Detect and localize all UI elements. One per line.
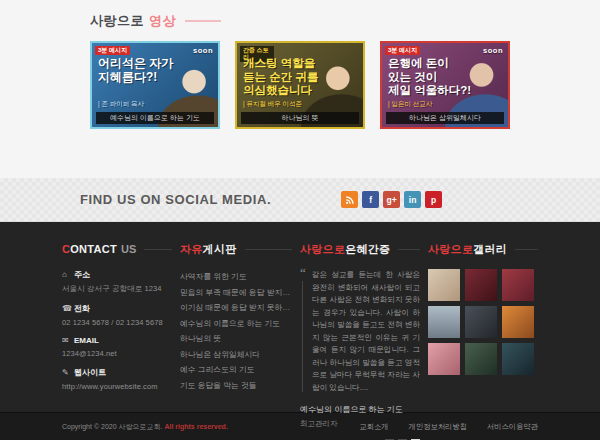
board-item[interactable]: 믿음의 부족 때문에 응답 받지 못하는... [180, 285, 292, 301]
testimony-quote: 같은 설교를 듣는데 한 사람은 완전히 변화되어 새사람이 되고 다른 사람은… [300, 269, 420, 394]
video-title: 은행에 돈이 있는 것이 제일 억울하다?! [388, 57, 471, 98]
testimony-column: 사랑으로 은혜간증 같은 설교를 듣는데 한 사람은 완전히 변화되어 새사람이… [300, 242, 420, 440]
video-title-line: 은행에 돈이 [388, 57, 471, 71]
series-badge: 3분 메시지 [95, 46, 130, 55]
video-title: 어리석은 자가 지혜롭다?! [98, 57, 173, 84]
gallery-photo[interactable] [502, 306, 534, 338]
facebook-icon[interactable]: f [362, 191, 379, 208]
video-speaker: | 존 파이퍼 목사 [98, 100, 144, 109]
board-item[interactable]: 하나님은 삼위일체시다 [180, 347, 292, 363]
video-caption: 예수님의 이름으로 하는 기도 [96, 112, 214, 124]
link-church-intro[interactable]: 교회소개 [359, 422, 388, 432]
linkedin-icon[interactable]: in [404, 191, 421, 208]
phone-icon: ☎ [62, 304, 74, 313]
contact-heading-rest: ONTACT [70, 243, 117, 255]
video-title-line: 듣는 순간 귀를 [243, 71, 318, 85]
board-item[interactable]: 하나님의 뜻 [180, 331, 292, 347]
link-privacy-policy[interactable]: 개인정보처리방침 [409, 422, 467, 432]
board-list: 사역자를 위한 기도 믿음의 부족 때문에 응답 받지 못하는... 이기심 때… [180, 269, 292, 393]
video-card-2[interactable]: 간증 스토리 캐스팅 역할을 듣는 순간 귀를 의심했습니다 | 뮤지컬 배우 … [235, 41, 365, 129]
videos-heading-accent: 영상 [149, 12, 176, 30]
copyright: Copyright © 2020 사랑으로교회. All rights rese… [62, 422, 228, 432]
video-title: 캐스팅 역할을 듣는 순간 귀를 의심했습니다 [243, 57, 318, 98]
video-speaker: | 임은미 선교사 [388, 100, 432, 109]
contact-column: CONTACT US ⌂주소 서울시 강서구 공항대로 1234 ☎전화 02 … [62, 242, 172, 440]
contact-row-phone: ☎전화 02 1234 5678 / 02 1234 5678 [62, 303, 172, 327]
contact-row-address: ⌂주소 서울시 강서구 공항대로 1234 [62, 269, 172, 294]
video-card-list: 3분 메시지 soon 어리석은 자가 지혜롭다?! | 존 파이퍼 목사 예수… [90, 41, 600, 129]
videos-heading-main: 사랑으로 [90, 12, 144, 30]
gallery-photo[interactable] [465, 343, 497, 375]
video-title-line: 제일 억울하다?! [388, 84, 471, 98]
heading-divider [185, 20, 221, 22]
video-title-line: 지혜롭다?! [98, 71, 173, 85]
copyright-text: Copyright © 2020 사랑으로교회. [62, 423, 162, 430]
testimony-heading-rest: 은혜간증 [345, 242, 390, 257]
board-item[interactable]: 이기심 때문에 응답 받지 못하는 기도 [180, 300, 292, 316]
gallery-heading-accent: 사랑으로 [428, 242, 473, 257]
gallery-heading: 사랑으로갤러리 [428, 242, 538, 256]
channel-logo: soon [483, 46, 503, 55]
contact-label: 웹사이트 [74, 367, 106, 378]
video-title-line: 캐스팅 역할을 [243, 57, 318, 71]
video-title-line: 있는 것이 [388, 71, 471, 85]
contact-value[interactable]: http://www.yourwebsite.com [62, 382, 172, 391]
testimony-heading: 사랑으로 은혜간증 [300, 242, 420, 256]
link-terms-of-service[interactable]: 서비스이용약관 [487, 422, 538, 432]
footer: CONTACT US ⌂주소 서울시 강서구 공항대로 1234 ☎전화 02 … [0, 222, 600, 412]
video-caption: 하나님의 뜻 [241, 112, 359, 124]
gallery-photo[interactable] [465, 306, 497, 338]
contact-heading: CONTACT US [62, 242, 172, 256]
testimony-heading-accent: 사랑으로 [300, 242, 345, 257]
video-speaker: | 뮤지컬 배우 이석준 [243, 100, 302, 109]
gallery-photo[interactable] [428, 343, 460, 375]
google-plus-icon[interactable]: g+ [383, 191, 400, 208]
gallery-photo[interactable] [428, 306, 460, 338]
gallery-photo[interactable] [465, 269, 497, 301]
social-icon-list: f g+ in p [341, 191, 446, 208]
testimony-post-title[interactable]: 예수님의 이름으로 하는 기도 [300, 404, 420, 415]
contact-label: 전화 [74, 303, 90, 314]
board-column: 자유게시판 사역자를 위한 기도 믿음의 부족 때문에 응답 받지 못하는...… [180, 242, 292, 440]
board-heading: 자유게시판 [180, 242, 292, 256]
pinterest-icon[interactable]: p [425, 191, 442, 208]
heading-divider [245, 249, 292, 250]
board-item[interactable]: 기도 응답을 막는 것들 [180, 378, 292, 394]
heading-divider [144, 249, 172, 250]
page: 사랑으로 영상 3분 메시지 soon 어리석은 자가 지혜롭다?! | 존 파… [0, 0, 600, 440]
contact-row-email: ✉EMAIL 1234@1234.net [62, 336, 172, 358]
board-item[interactable]: 예수 그리스도의 기도 [180, 362, 292, 378]
video-card-1[interactable]: 3분 메시지 soon 어리석은 자가 지혜롭다?! | 존 파이퍼 목사 예수… [90, 41, 220, 129]
contact-value: 서울시 강서구 공항대로 1234 [62, 284, 172, 294]
videos-section: 사랑으로 영상 3분 메시지 soon 어리석은 자가 지혜롭다?! | 존 파… [0, 0, 600, 178]
gallery-photo[interactable] [502, 343, 534, 375]
copyright-accent: All rights reserved. [162, 423, 227, 430]
gallery-photo[interactable] [428, 269, 460, 301]
series-badge: 3분 메시지 [385, 46, 420, 55]
social-heading: FIND US ON SOCIAL MEDIA. [80, 192, 271, 207]
video-caption: 하나님은 삼위일체시다 [386, 112, 504, 124]
contact-row-website: ✎웹사이트 http://www.yourwebsite.com [62, 367, 172, 391]
channel-logo: soon [193, 46, 213, 55]
contact-heading-accent: C [62, 243, 70, 255]
board-heading-accent: 자유 [180, 242, 203, 257]
link-icon: ✎ [62, 368, 74, 377]
board-item[interactable]: 사역자를 위한 기도 [180, 269, 292, 285]
gallery-column: 사랑으로갤러리 [428, 242, 538, 440]
gallery-photo[interactable] [502, 269, 534, 301]
contact-heading-sub: US [121, 243, 136, 255]
board-heading-rest: 게시판 [203, 242, 237, 257]
board-item[interactable]: 예수님의 이름으로 하는 기도 [180, 316, 292, 332]
mail-icon: ✉ [62, 336, 74, 345]
contact-value: 02 1234 5678 / 02 1234 5678 [62, 318, 172, 327]
gallery-heading-rest: 갤러리 [473, 242, 507, 257]
home-icon: ⌂ [62, 270, 74, 279]
gallery-grid [428, 269, 538, 375]
video-title-line: 의심했습니다 [243, 84, 318, 98]
social-band: FIND US ON SOCIAL MEDIA. f g+ in p [0, 178, 600, 222]
contact-value[interactable]: 1234@1234.net [62, 349, 172, 358]
video-title-line: 어리석은 자가 [98, 57, 173, 71]
rss-icon[interactable] [341, 191, 358, 208]
contact-label: EMAIL [74, 336, 99, 345]
video-card-3[interactable]: 3분 메시지 soon 은행에 돈이 있는 것이 제일 억울하다?! | 임은미… [380, 41, 510, 129]
